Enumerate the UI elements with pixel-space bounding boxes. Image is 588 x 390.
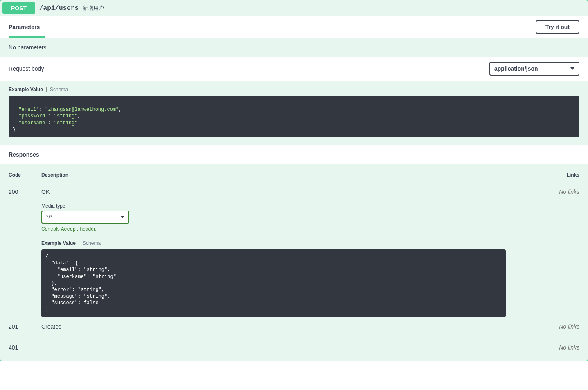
col-code: Code (9, 172, 41, 178)
operation-description: 新增用户 (83, 4, 104, 12)
no-parameters-text: No parameters (9, 44, 579, 51)
active-tab-indicator (9, 36, 45, 38)
response-description-cell: OK Media type */* Controls Accept header… (41, 188, 538, 317)
responses-table-head: Code Description Links (9, 172, 579, 182)
tab-divider (46, 87, 47, 92)
response-description-cell (41, 344, 538, 352)
parameters-title: Parameters (9, 24, 40, 30)
response-description-cell: Created (41, 323, 538, 338)
media-type-select-wrapper: */* (41, 211, 129, 224)
request-example-tabs: Example Value Schema (0, 81, 588, 96)
operation-summary[interactable]: POST /api/users 新增用户 (0, 0, 588, 16)
media-type-select[interactable]: */* (41, 211, 129, 224)
responses-table: Code Description Links 200 OK Media type… (0, 164, 588, 361)
response-row: 201 Created No links (9, 317, 579, 338)
content-type-select-wrapper: application/json (489, 62, 579, 76)
response-code: 200 (9, 188, 41, 317)
response-links: No links (538, 188, 579, 317)
media-type-label: Media type (41, 203, 538, 209)
response-description: OK (41, 188, 538, 195)
request-body-header: Request body application/json (0, 57, 588, 81)
controls-accept-text: Controls Accept header. (41, 226, 538, 232)
tab-schema[interactable]: Schema (83, 240, 101, 246)
request-body-example: { "email": "zhangsan@lanweihong.com", "p… (9, 96, 579, 137)
col-links: Links (538, 172, 579, 178)
response-code: 201 (9, 323, 41, 338)
tab-example-value[interactable]: Example Value (9, 87, 43, 92)
content-type-select[interactable]: application/json (489, 62, 579, 76)
try-it-out-button[interactable]: Try it out (536, 20, 579, 34)
responses-title: Responses (9, 151, 579, 158)
response-description: Created (41, 323, 538, 330)
operation-path: /api/users (35, 4, 83, 12)
response-example-tabs: Example Value Schema (41, 240, 538, 246)
parameters-body: No parameters (0, 38, 588, 57)
tab-schema[interactable]: Schema (50, 87, 68, 92)
tab-divider (79, 240, 79, 246)
response-links: No links (538, 323, 579, 338)
response-example: { "data": { "email": "string", "userName… (41, 249, 506, 317)
col-description: Description (41, 172, 538, 178)
request-body-label: Request body (9, 65, 44, 72)
response-code: 401 (9, 344, 41, 352)
parameters-header: Parameters Try it out (0, 16, 588, 38)
response-row: 401 No links (9, 338, 579, 352)
http-method-badge: POST (2, 2, 35, 14)
response-row: 200 OK Media type */* Controls Accept he… (9, 182, 579, 317)
operation-block: POST /api/users 新增用户 Parameters Try it o… (0, 0, 588, 361)
responses-header: Responses (0, 145, 588, 164)
tab-example-value[interactable]: Example Value (41, 240, 76, 246)
response-links: No links (538, 344, 579, 352)
